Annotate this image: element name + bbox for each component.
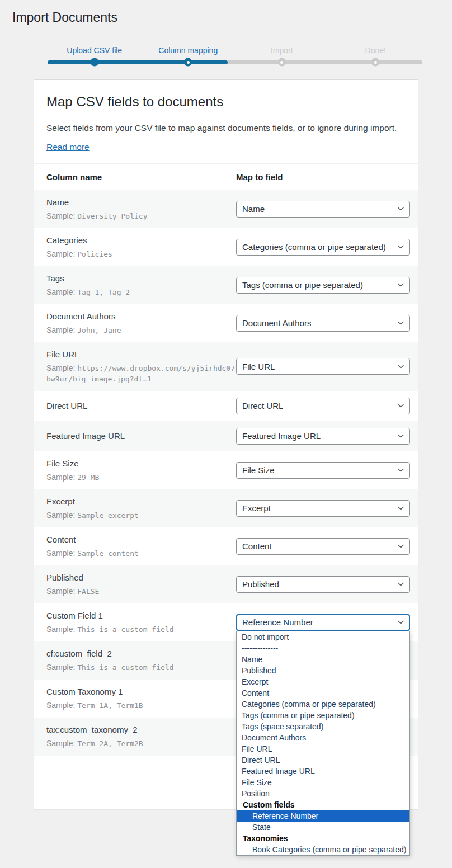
selected-option-label: Name xyxy=(242,204,265,214)
sample-value: Sample: Term 1A, Term1B xyxy=(46,700,236,711)
sample-prefix: Sample: xyxy=(46,249,75,258)
column-name-label: Custom Taxonomy 1 xyxy=(46,686,236,697)
column-name-cell: NameSample: Diversity Policy xyxy=(46,197,236,221)
selected-option-label: Document Authors xyxy=(242,318,311,328)
table-row: Custom Field 1Sample: This is a custom f… xyxy=(34,603,418,641)
column-name-label: File URL xyxy=(46,349,236,360)
select-wrap: Name xyxy=(236,201,410,218)
column-name-label: Document Authors xyxy=(46,311,236,322)
column-name-cell: File URLSample: https://www.dropbox.com/… xyxy=(46,349,236,384)
sample-text: This is a custom field xyxy=(77,625,173,634)
map-to-field-select[interactable]: Reference Number xyxy=(236,614,410,631)
dropdown-option[interactable]: Published xyxy=(237,665,409,676)
table-row: ContentSample: Sample contentContent xyxy=(34,527,418,565)
map-to-field-cell: Tags (comma or pipe separated) xyxy=(236,277,410,294)
selected-option-label: Published xyxy=(242,579,279,589)
dropdown-option[interactable]: Book Categories (comma or pipe separated… xyxy=(237,844,409,855)
step-dot-2 xyxy=(184,58,192,67)
sample-prefix: Sample: xyxy=(46,663,75,672)
select-wrap: Direct URL xyxy=(236,398,410,414)
select-wrap: Content xyxy=(236,538,410,555)
column-name-label: Categories xyxy=(46,235,236,246)
map-to-field-select[interactable]: Excerpt xyxy=(236,500,410,517)
dropdown-option[interactable]: Excerpt xyxy=(237,676,409,687)
sample-prefix: Sample: xyxy=(46,739,75,748)
dropdown-option[interactable]: Content xyxy=(237,687,409,699)
sample-prefix: Sample: xyxy=(46,625,75,634)
selected-option-label: Featured Image URL xyxy=(242,431,321,441)
progress-fill xyxy=(48,60,228,64)
sample-value: Sample: John, Jane xyxy=(46,325,236,336)
map-to-field-select[interactable]: Content xyxy=(236,538,410,555)
column-name-cell: TagsSample: Tag 1, Tag 2 xyxy=(46,273,236,298)
sample-value: Sample: Sample content xyxy=(46,548,236,559)
table-row: PublishedSample: FALSEPublished xyxy=(34,565,418,603)
dropdown-option[interactable]: -------------- xyxy=(237,643,409,654)
column-name-label: Tags xyxy=(46,273,236,284)
table-row: Featured Image URLFeatured Image URL xyxy=(34,421,418,451)
column-name-cell: Custom Field 1Sample: This is a custom f… xyxy=(46,610,236,635)
chevron-down-icon xyxy=(397,281,405,289)
sample-text: Term 2A, Term2B xyxy=(77,739,143,748)
column-name-cell: File SizeSample: 29 MB xyxy=(46,458,236,483)
column-name-label: Featured Image URL xyxy=(46,431,236,442)
dropdown-option[interactable]: Reference Number xyxy=(237,810,409,822)
map-to-field-select[interactable]: Categories (comma or pipe separated) xyxy=(236,239,410,256)
mapping-card: Map CSV fields to documents Select field… xyxy=(34,79,418,809)
card-description: Select fields from your CSV file to map … xyxy=(46,121,406,135)
sample-value: Sample: Sample excerpt xyxy=(46,510,236,521)
column-name-label: tax:custom_taxonomy_2 xyxy=(46,724,236,735)
step-label-2: Column mapping xyxy=(142,45,236,55)
table-row: ExcerptSample: Sample excerptExcerpt xyxy=(34,489,418,527)
sample-text: 29 MB xyxy=(77,473,99,482)
column-name-label: Excerpt xyxy=(46,496,236,507)
page-title: Import Documents xyxy=(0,0,452,26)
card-title: Map CSV fields to documents xyxy=(46,93,406,110)
map-to-field-select[interactable]: Name xyxy=(236,201,410,218)
step-dot-1 xyxy=(90,58,98,67)
map-to-field-select[interactable]: Published xyxy=(236,576,410,593)
map-to-field-cell: Excerpt xyxy=(236,500,410,517)
mapping-rows: NameSample: Diversity PolicyNameCategori… xyxy=(34,190,418,756)
map-to-field-cell: Featured Image URL xyxy=(236,428,410,445)
dropdown-option[interactable]: File Size xyxy=(237,777,409,788)
map-to-field-cell: Reference NumberDo not import-----------… xyxy=(236,614,410,631)
dropdown-option[interactable]: File URL xyxy=(237,743,409,754)
map-to-field-cell: File URL xyxy=(236,358,410,375)
dropdown-option[interactable]: Direct URL xyxy=(237,754,409,766)
column-name-label: Name xyxy=(46,197,236,208)
dropdown-option[interactable]: Categories (comma or pipe separated) xyxy=(237,699,409,710)
column-name-header: Column name xyxy=(46,172,236,182)
step-label-1: Upload CSV file xyxy=(48,45,142,55)
selected-option-label: Content xyxy=(242,541,272,551)
sample-prefix: Sample: xyxy=(46,364,75,372)
dropdown-option[interactable]: Tags (space separated) xyxy=(237,721,409,732)
dropdown-option[interactable]: Do not import xyxy=(237,631,409,643)
map-to-field-select[interactable]: Direct URL xyxy=(236,398,410,414)
sample-value: Sample: This is a custom field xyxy=(46,662,236,673)
column-name-cell: ExcerptSample: Sample excerpt xyxy=(46,496,236,521)
select-wrap: File URL xyxy=(236,358,410,375)
map-to-field-header: Map to field xyxy=(236,172,410,182)
read-more-link[interactable]: Read more xyxy=(46,142,90,152)
dropdown-option[interactable]: State xyxy=(237,822,409,833)
chevron-down-icon xyxy=(397,319,405,327)
map-to-field-select[interactable]: Document Authors xyxy=(236,315,410,332)
map-to-field-select[interactable]: Featured Image URL xyxy=(236,428,410,445)
sample-text: Diversity Policy xyxy=(77,212,147,220)
map-to-field-select[interactable]: File URL xyxy=(236,358,410,375)
dropdown-option[interactable]: Featured Image URL xyxy=(237,766,409,777)
sample-prefix: Sample: xyxy=(46,473,75,482)
sample-value: Sample: 29 MB xyxy=(46,472,236,483)
dropdown-option[interactable]: Document Authors xyxy=(237,732,409,743)
map-to-field-cell: Document Authors xyxy=(236,315,410,332)
map-to-field-cell: Name xyxy=(236,201,410,218)
dropdown-option[interactable]: Tags (comma or pipe separated) xyxy=(237,710,409,721)
sample-text: FALSE xyxy=(77,587,99,596)
map-to-field-select[interactable]: Tags (comma or pipe separated) xyxy=(236,277,410,294)
dropdown-option[interactable]: Name xyxy=(237,654,409,665)
map-to-field-select[interactable]: File Size xyxy=(236,462,410,479)
dropdown-option[interactable]: Position xyxy=(237,788,409,799)
chevron-down-icon xyxy=(397,542,405,550)
column-name-label: Published xyxy=(46,572,236,583)
